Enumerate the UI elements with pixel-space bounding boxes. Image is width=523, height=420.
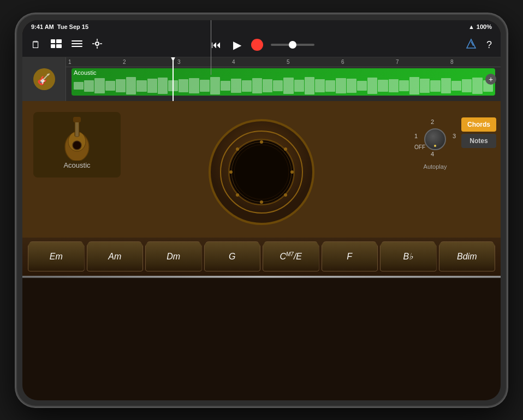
chord-bdim-label: Bdim [457, 252, 477, 262]
settings-button[interactable] [90, 37, 104, 54]
guitar-thumbnail-card[interactable]: Acoustic [33, 112, 121, 178]
guitar-image [55, 120, 99, 158]
chord-am-button[interactable]: Am [87, 241, 144, 271]
instrument-name-label: Acoustic [63, 161, 90, 169]
ruler-mark-7: 7 [396, 57, 399, 67]
svg-rect-21 [73, 117, 81, 122]
record-button[interactable] [251, 39, 263, 51]
chord-cm7e-label: CM7/E [280, 251, 302, 262]
vertical-playhead-line [211, 20, 211, 75]
volume-button[interactable] [16, 135, 17, 151]
toolbar: 🗒 [22, 33, 501, 57]
mixer-button[interactable] [69, 37, 85, 53]
ipad-frame: 9:41 AM Tue Sep 15 ▲ 100% 🗒 [16, 14, 507, 407]
ruler-mark-8: 8 [450, 57, 454, 67]
autoplay-control[interactable]: OFF 1 2 3 4 Autoplay [413, 117, 457, 170]
autoplay-pos-4: 4 [431, 151, 434, 157]
play-button[interactable]: ▶ [231, 36, 243, 54]
svg-rect-6 [72, 46, 82, 47]
ruler: 1 2 3 4 5 6 7 8 [66, 57, 501, 67]
status-bar: 9:41 AM Tue Sep 15 ▲ 100% [22, 20, 501, 33]
svg-point-31 [284, 193, 287, 197]
status-right: ▲ 100% [468, 23, 492, 30]
track-header[interactable]: 🎸 [22, 57, 66, 101]
instrument-top: Acoustic [22, 101, 501, 238]
chord-bb-label: B♭ [403, 251, 413, 262]
svg-point-35 [236, 147, 239, 151]
ruler-mark-4: 4 [232, 57, 235, 67]
chord-cm7e-button[interactable]: CM7/E [263, 241, 319, 271]
help-button[interactable]: ? [484, 37, 494, 53]
chord-buttons-row: Em Am Dm G CM7/E F B♭ [22, 238, 501, 276]
autoplay-pos-3: 3 [453, 133, 456, 139]
chords-button[interactable]: Chords [461, 117, 496, 132]
screen: 9:41 AM Tue Sep 15 ▲ 100% 🗒 [22, 20, 501, 400]
chord-f-label: F [347, 252, 352, 262]
tracks-view-button[interactable] [49, 37, 64, 53]
time-display: 9:41 AM [31, 23, 54, 30]
svg-point-25 [230, 140, 293, 204]
svg-point-30 [290, 170, 294, 174]
ruler-mark-2: 2 [123, 57, 126, 67]
track-icon: 🎸 [33, 68, 55, 90]
autoplay-off-label: OFF [414, 144, 425, 150]
svg-point-16 [73, 141, 81, 150]
chord-dm-label: Dm [167, 252, 180, 262]
toolbar-center: ⏮ ▶ [209, 36, 314, 54]
svg-rect-2 [51, 44, 55, 48]
chord-em-label: Em [50, 252, 63, 262]
chord-bb-button[interactable]: B♭ [380, 241, 437, 271]
svg-rect-1 [56, 39, 62, 43]
toolbar-left: 🗒 [29, 37, 205, 54]
ruler-mark-6: 6 [341, 57, 344, 67]
ruler-mark-1: 1 [68, 57, 72, 67]
chord-g-button[interactable]: G [204, 241, 261, 271]
track-region-label: Acoustic [74, 69, 97, 76]
instrument-area: Acoustic [22, 101, 501, 276]
ruler-mark-3: 3 [177, 57, 181, 67]
svg-rect-5 [72, 43, 82, 44]
chord-note-toggle: Chords Notes [461, 117, 496, 148]
guitar-body-art [201, 107, 322, 229]
notes-button[interactable]: Notes [461, 134, 496, 148]
chord-f-button[interactable]: F [322, 241, 378, 271]
ruler-mark-5: 5 [287, 57, 290, 67]
svg-rect-0 [51, 39, 55, 43]
svg-point-28 [260, 140, 263, 144]
svg-rect-3 [56, 44, 62, 48]
knob-indicator [434, 145, 436, 147]
add-track-button[interactable]: + [485, 74, 496, 85]
tempo-slider[interactable] [271, 44, 314, 46]
chord-am-label: Am [108, 252, 121, 262]
new-song-button[interactable]: 🗒 [29, 37, 43, 53]
chord-em-button[interactable]: Em [28, 241, 85, 271]
svg-point-34 [229, 170, 233, 174]
home-button[interactable] [506, 199, 507, 221]
svg-point-29 [284, 147, 287, 151]
toolbar-right: ? [319, 36, 495, 54]
track-region[interactable]: Acoustic [72, 68, 495, 96]
status-left: 9:41 AM Tue Sep 15 [31, 23, 88, 30]
wifi-icon: ▲ [468, 23, 474, 30]
timeline-area: 🎸 1 2 3 4 5 6 7 8 [22, 57, 501, 101]
svg-marker-12 [467, 39, 476, 48]
svg-point-32 [260, 200, 263, 204]
string-e-low [22, 276, 501, 278]
date-display: Tue Sep 15 [57, 23, 88, 30]
waveform [72, 76, 495, 96]
svg-point-33 [236, 193, 239, 197]
chord-bdim-button[interactable]: Bdim [439, 241, 496, 271]
playhead[interactable] [173, 57, 174, 101]
autoplay-label: Autoplay [424, 163, 447, 170]
autoplay-pos-1: 1 [414, 133, 418, 139]
timeline-content[interactable]: 1 2 3 4 5 6 7 8 Acoustic [66, 57, 501, 101]
autoplay-knob-container[interactable]: OFF 1 2 3 4 [413, 117, 457, 161]
ruler-marks: 1 2 3 4 5 6 7 8 [68, 57, 498, 67]
autoplay-knob[interactable] [424, 128, 446, 150]
svg-rect-4 [72, 40, 82, 42]
autoplay-pos-2: 2 [431, 119, 434, 125]
svg-point-7 [96, 42, 99, 45]
metronome-button[interactable] [463, 36, 479, 54]
chord-dm-button[interactable]: Dm [145, 241, 202, 271]
battery-display: 100% [477, 23, 492, 30]
